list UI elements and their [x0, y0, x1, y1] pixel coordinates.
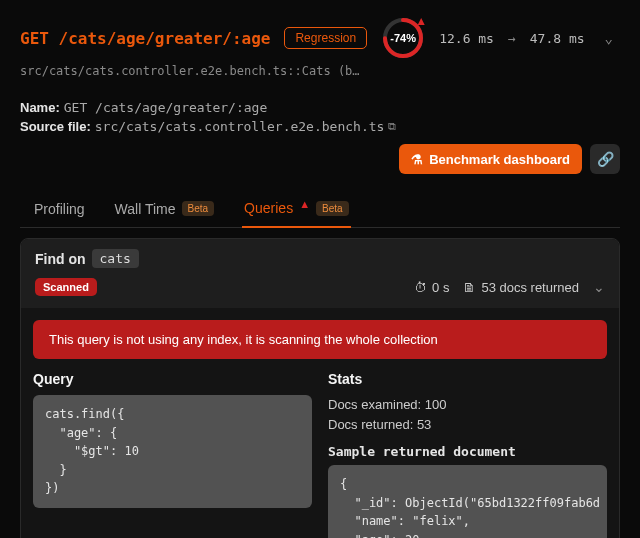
- query-code: cats.find({ "age": { "$gt": 10 } }): [33, 395, 312, 508]
- name-value: GET /cats/age/greater/:age: [64, 100, 268, 115]
- breadcrumb-path: src/cats/cats.controller.e2e.bench.ts::C…: [20, 64, 360, 78]
- tab-queries[interactable]: Queries▲ Beta: [242, 192, 351, 228]
- warning-icon: ▲: [299, 198, 310, 210]
- collection-chip: cats: [92, 249, 139, 268]
- tab-walltime[interactable]: Wall Time Beta: [113, 192, 217, 227]
- chevron-down-icon[interactable]: ⌄: [599, 30, 613, 46]
- dashboard-label: Benchmark dashboard: [429, 152, 570, 167]
- docs-stat: 🗎 53 docs returned: [463, 280, 579, 295]
- actions-row: ⚗ Benchmark dashboard 🔗: [20, 144, 620, 174]
- flask-icon: ⚗: [411, 152, 423, 167]
- query-heading: Query: [33, 371, 312, 387]
- stopwatch-icon: ⏱: [414, 280, 427, 295]
- benchmark-dashboard-button[interactable]: ⚗ Benchmark dashboard: [399, 144, 582, 174]
- detail-grid: Query cats.find({ "age": { "$gt": 10 } }…: [21, 371, 619, 538]
- source-label: Source file:: [20, 119, 91, 134]
- duration-value: 0 s: [432, 280, 449, 295]
- docs-examined-value: 100: [425, 397, 447, 412]
- link-icon: 🔗: [597, 151, 614, 167]
- sample-heading: Sample returned document: [328, 444, 607, 459]
- tab-profiling-label: Profiling: [34, 201, 85, 217]
- beta-badge: Beta: [316, 201, 349, 216]
- arrow-icon: →: [508, 31, 516, 46]
- name-label: Name:: [20, 100, 60, 115]
- source-value: src/cats/cats.controller.e2e.bench.ts: [95, 119, 385, 134]
- regression-badge: Regression: [284, 27, 367, 49]
- time-before: 12.6 ms: [439, 31, 494, 46]
- docs-value: 53 docs returned: [481, 280, 579, 295]
- time-after: 47.8 ms: [530, 31, 585, 46]
- tab-queries-label: Queries: [244, 200, 293, 216]
- stats-heading: Stats: [328, 371, 607, 387]
- meta-block: Name: GET /cats/age/greater/:age Source …: [20, 100, 620, 134]
- duration-stat: ⏱ 0 s: [414, 280, 449, 295]
- external-link-icon[interactable]: ⧉: [388, 120, 396, 133]
- sample-doc: { "_id": ObjectId("65bd1322ff09fab6d "na…: [328, 465, 607, 538]
- timing-compare: 12.6 ms → 47.8 ms ⌄: [439, 30, 613, 46]
- page-title: GET /cats/age/greater/:age: [20, 29, 270, 48]
- header: GET /cats/age/greater/:age Regression -7…: [20, 16, 620, 60]
- docs-returned-label: Docs returned:: [328, 417, 413, 432]
- tab-walltime-label: Wall Time: [115, 201, 176, 217]
- chevron-down-icon[interactable]: ⌄: [593, 279, 605, 295]
- query-panel: Find on cats Scanned ⏱ 0 s 🗎 53 docs ret…: [20, 238, 620, 538]
- docs-examined-label: Docs examined:: [328, 397, 421, 412]
- stats-column: Stats Docs examined: 100 Docs returned: …: [328, 371, 607, 538]
- warning-banner: This query is not using any index, it is…: [33, 320, 607, 359]
- warning-icon: ▲: [415, 14, 427, 28]
- query-column: Query cats.find({ "age": { "$gt": 10 } }…: [33, 371, 312, 538]
- file-icon: 🗎: [463, 280, 476, 295]
- docs-returned-value: 53: [417, 417, 431, 432]
- tabs: Profiling Wall Time Beta Queries▲ Beta: [20, 192, 620, 228]
- beta-badge: Beta: [182, 201, 215, 216]
- tab-profiling[interactable]: Profiling: [32, 192, 87, 227]
- link-button[interactable]: 🔗: [590, 144, 620, 174]
- panel-header: Find on cats Scanned ⏱ 0 s 🗎 53 docs ret…: [21, 239, 619, 308]
- find-label: Find on: [35, 251, 86, 267]
- perf-gauge: -74% ▲: [381, 16, 425, 60]
- scanned-badge: Scanned: [35, 278, 97, 296]
